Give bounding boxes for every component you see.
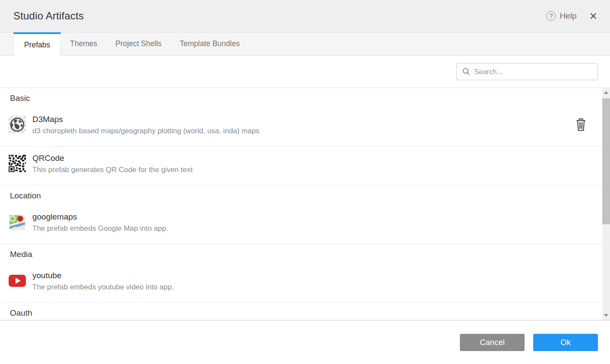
help-label: Help bbox=[560, 11, 576, 21]
help-button[interactable]: ? Help bbox=[546, 11, 576, 21]
section-header-basic: Basic bbox=[0, 88, 602, 108]
item-description: This prefab generates QR Code for the gi… bbox=[32, 165, 192, 175]
google-maps-icon bbox=[9, 213, 26, 231]
list-item-qrcode[interactable]: QRCode This prefab generates QR Code for… bbox=[0, 147, 602, 185]
item-description: The prefab embeds youtube video into app… bbox=[32, 282, 174, 292]
scrollbar-thumb[interactable] bbox=[602, 98, 610, 224]
item-title: D3Maps bbox=[32, 114, 259, 125]
section-header-oauth: Oauth bbox=[0, 303, 602, 323]
list-item-youtube[interactable]: youtube The prefab embeds youtube video … bbox=[0, 264, 602, 303]
cancel-button[interactable]: Cancel bbox=[460, 334, 525, 351]
item-description: The prefab embeds Google Map into app. bbox=[32, 224, 168, 233]
search-input[interactable] bbox=[474, 68, 592, 76]
delete-button[interactable] bbox=[575, 117, 587, 133]
section-header-location: Location bbox=[0, 185, 602, 205]
ok-button[interactable]: Ok bbox=[533, 334, 598, 351]
tab-prefabs[interactable]: Prefabs bbox=[13, 32, 61, 56]
dialog-footer: Cancel Ok bbox=[0, 320, 610, 364]
close-icon[interactable]: × bbox=[589, 9, 597, 22]
search-box bbox=[456, 63, 598, 80]
list-scrollbar[interactable] bbox=[602, 88, 610, 320]
item-title: youtube bbox=[32, 270, 174, 281]
scroll-up-button[interactable] bbox=[602, 89, 610, 96]
scroll-down-button[interactable] bbox=[602, 312, 610, 319]
tab-themes[interactable]: Themes bbox=[61, 32, 106, 55]
prefab-list: Basic D3Maps d3 choropleth based maps/ge… bbox=[0, 88, 602, 323]
triangle-up-icon bbox=[604, 91, 608, 94]
triangle-down-icon bbox=[604, 314, 608, 317]
qrcode-icon bbox=[9, 155, 26, 172]
tab-project-shells[interactable]: Project Shells bbox=[107, 32, 171, 55]
section-header-media: Media bbox=[0, 244, 602, 264]
header-actions: ? Help × bbox=[546, 9, 597, 22]
dialog-header: Studio Artifacts ? Help × bbox=[0, 0, 610, 32]
globe-icon bbox=[9, 116, 26, 133]
search-row bbox=[0, 56, 610, 88]
tab-template-bundles[interactable]: Template Bundles bbox=[171, 32, 249, 55]
item-description: d3 choropleth based maps/geography plott… bbox=[32, 126, 259, 136]
studio-artifacts-dialog: Studio Artifacts ? Help × Prefabs Themes… bbox=[0, 0, 610, 364]
youtube-icon bbox=[9, 272, 26, 289]
prefab-list-container: Basic D3Maps d3 choropleth based maps/ge… bbox=[0, 88, 610, 320]
trash-icon bbox=[576, 118, 586, 131]
help-icon: ? bbox=[546, 11, 556, 21]
dialog-title: Studio Artifacts bbox=[13, 10, 84, 22]
list-item-googlemaps[interactable]: googlemaps The prefab embeds Google Map … bbox=[0, 205, 602, 244]
tab-bar: Prefabs Themes Project Shells Template B… bbox=[0, 32, 610, 56]
item-title: QRCode bbox=[32, 153, 192, 163]
list-item-d3maps[interactable]: D3Maps d3 choropleth based maps/geograph… bbox=[0, 108, 602, 147]
search-icon bbox=[462, 68, 470, 75]
item-title: googlemaps bbox=[32, 212, 168, 222]
